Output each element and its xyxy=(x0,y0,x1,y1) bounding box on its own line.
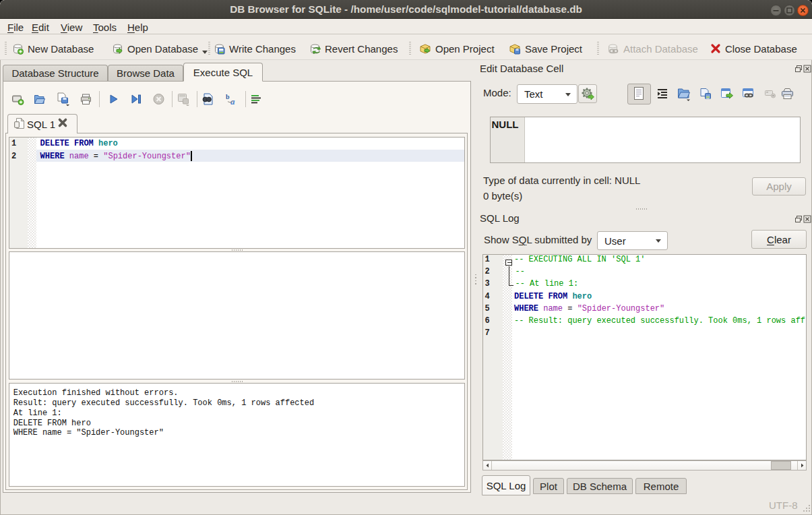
svg-text:b: b xyxy=(226,93,230,100)
